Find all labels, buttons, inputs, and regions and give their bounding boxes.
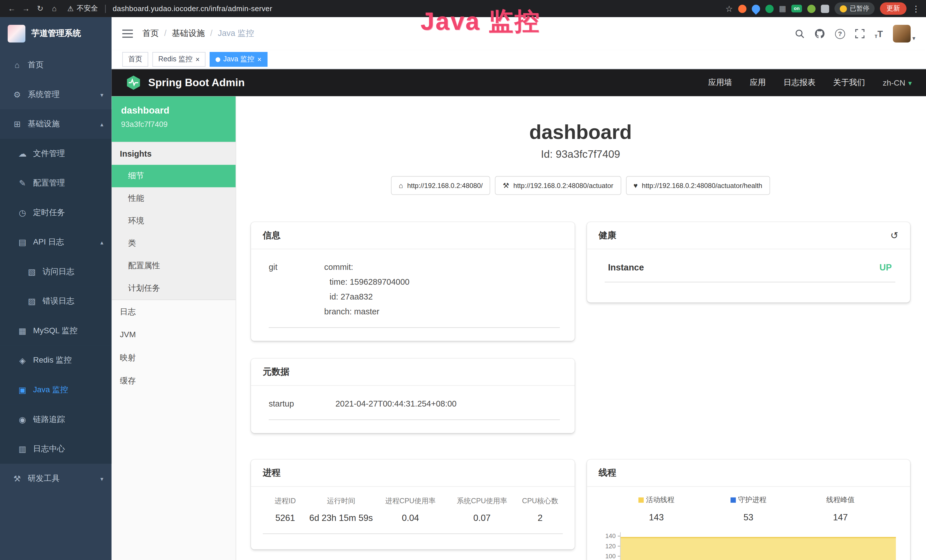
sba-item-mappings[interactable]: 映射 <box>112 346 236 369</box>
security-warning[interactable]: 不安全 <box>67 3 98 14</box>
java-monitor-icon <box>17 385 28 395</box>
user-menu[interactable] <box>893 25 915 42</box>
home-icon <box>399 182 403 190</box>
sidebar-item-config-manage[interactable]: 配置管理 <box>0 168 112 198</box>
health-url-link[interactable]: http://192.168.0.2:48080/actuator/health <box>626 176 770 195</box>
instance-header[interactable]: dashboard 93a3fc7f7409 <box>112 97 236 142</box>
tab-redis-monitor[interactable]: Redis 监控 <box>152 52 205 67</box>
sidebar-item-scheduled-jobs[interactable]: 定时任务 <box>0 198 112 228</box>
threads-legend: 活动线程 143 守护进程 <box>595 495 902 522</box>
sba-item-metrics[interactable]: 性能 <box>112 187 236 210</box>
service-url-link[interactable]: http://192.168.0.2:48080/ <box>391 176 490 195</box>
threads-card-title: 线程 <box>587 460 910 487</box>
extension-leaf-icon[interactable] <box>807 5 816 13</box>
breadcrumb-home[interactable]: 首页 <box>142 28 159 39</box>
sidebar-item-dev-tools[interactable]: 研发工具 <box>0 464 112 493</box>
sidebar-item-system-manage[interactable]: 系统管理 <box>0 80 112 109</box>
github-icon[interactable] <box>814 28 825 39</box>
spring-boot-admin: Spring Boot Admin 应用墙 应用 日志报表 关于我们 zh-CN <box>112 69 926 560</box>
card-row-1: 信息 git commit: time: 1596289704000 <box>251 222 910 341</box>
sidebar-item-redis-monitor[interactable]: Redis 监控 <box>0 345 112 375</box>
process-card-title: 进程 <box>251 460 574 487</box>
tab-java-monitor[interactable]: Java 监控 <box>210 52 267 67</box>
actuator-url-link[interactable]: http://192.168.0.2:48080/actuator <box>495 176 621 195</box>
threads-chart: 140 120 100 <box>595 531 902 560</box>
insights-label: Insights <box>112 142 236 165</box>
yellow-swatch-icon <box>638 498 644 503</box>
back-icon[interactable] <box>6 3 18 14</box>
sba-item-classes[interactable]: 类 <box>112 232 236 255</box>
legend-peak-threads: 线程峰值 147 <box>794 495 887 522</box>
app-logo[interactable]: 芋道管理系统 <box>0 17 112 50</box>
metadata-key: startup <box>269 397 335 412</box>
sba-item-caches[interactable]: 缓存 <box>112 369 236 392</box>
sba-item-config-props[interactable]: 配置属性 <box>112 255 236 277</box>
log-icon <box>17 238 28 247</box>
sba-item-environment[interactable]: 环境 <box>112 210 236 232</box>
extension-drop-icon[interactable] <box>750 3 762 15</box>
sba-brand-title[interactable]: Spring Boot Admin <box>148 76 245 89</box>
sidebar-item-java-monitor[interactable]: Java 监控 <box>0 375 112 405</box>
bookmark-star-icon[interactable] <box>726 3 733 14</box>
legend-daemon-threads: 守护进程 53 <box>702 495 794 522</box>
extension-y-icon[interactable] <box>766 5 774 13</box>
sidebar-item-home[interactable]: 首页 <box>0 50 112 80</box>
locale-select[interactable]: zh-CN <box>883 78 912 87</box>
forward-icon[interactable] <box>20 3 32 14</box>
sidebar-item-log-center[interactable]: 日志中心 <box>0 434 112 464</box>
sba-item-scheduled-tasks[interactable]: 计划任务 <box>112 277 236 300</box>
sba-item-jvm[interactable]: JVM <box>112 323 236 346</box>
paused-label: 已暂停 <box>850 4 869 13</box>
paused-badge[interactable]: 已暂停 <box>834 2 875 15</box>
header-actions: ? <box>795 25 915 42</box>
browser-menu-icon[interactable] <box>912 3 920 14</box>
info-value: commit: time: 1596289704000 id: 27aa832 … <box>324 260 560 319</box>
process-col-process-cpu: 进程CPU使用率 0.04 <box>375 496 446 523</box>
file-icon <box>17 149 28 158</box>
sidebar-item-infrastructure[interactable]: 基础设施 <box>0 109 112 139</box>
help-icon[interactable]: ? <box>835 29 845 38</box>
extension-on-badge[interactable]: on <box>791 5 802 12</box>
search-icon[interactable] <box>795 29 804 38</box>
update-button[interactable]: 更新 <box>880 2 906 15</box>
sba-item-logs[interactable]: 日志 <box>112 300 236 323</box>
sidebar-item-file-manage[interactable]: 文件管理 <box>0 139 112 169</box>
fullscreen-icon[interactable] <box>855 29 864 38</box>
browser-home-icon[interactable] <box>48 3 60 14</box>
sba-logo-icon <box>126 75 141 91</box>
close-icon[interactable] <box>195 55 200 64</box>
sba-nav-wallboard[interactable]: 应用墙 <box>708 77 732 88</box>
sidebar-item-trace[interactable]: 链路追踪 <box>0 404 112 434</box>
sidebar-item-api-log[interactable]: API 日志 <box>0 227 112 257</box>
tab-home[interactable]: 首页 <box>123 52 148 67</box>
health-card: 健康 Instance UP <box>587 222 910 303</box>
breadcrumb: 首页 基础设施 Java 监控 <box>142 28 254 39</box>
reload-icon[interactable] <box>34 3 46 14</box>
sba-nav-journal[interactable]: 日志报表 <box>784 77 816 88</box>
process-col-uptime: 运行时间 6d 23h 15m 59s <box>307 496 374 523</box>
history-icon[interactable] <box>890 230 898 241</box>
sba-item-details[interactable]: 细节 <box>112 165 236 188</box>
font-size-icon[interactable] <box>875 29 883 38</box>
avatar <box>893 25 911 42</box>
address-bar[interactable]: dashboard.yudao.iocoder.cn/infra/admin-s… <box>113 5 723 13</box>
legend-live-threads: 活动线程 143 <box>610 495 702 522</box>
extension-grid-icon[interactable] <box>779 4 786 13</box>
sidebar-item-mysql-monitor[interactable]: MySQL 监控 <box>0 316 112 346</box>
sba-nav-about[interactable]: 关于我们 <box>833 77 865 88</box>
hamburger-icon[interactable] <box>123 29 133 38</box>
extensions-puzzle-icon[interactable] <box>821 5 829 13</box>
extension-fox-icon[interactable] <box>738 5 746 13</box>
divider <box>105 5 106 13</box>
breadcrumb-infrastructure[interactable]: 基础设施 <box>159 28 205 39</box>
sidebar-item-access-log[interactable]: 访问日志 <box>0 257 112 287</box>
sba-nav-applications[interactable]: 应用 <box>750 77 766 88</box>
metadata-card-body: startup 2021-04-27T00:44:31.254+08:00 <box>251 386 574 433</box>
close-icon[interactable] <box>257 55 262 64</box>
sidebar-item-error-log[interactable]: 错误日志 <box>0 286 112 316</box>
right-pane: 首页 基础设施 Java 监控 ? <box>112 17 926 560</box>
health-instance-row[interactable]: Instance UP <box>604 260 895 282</box>
info-card-body: git commit: time: 1596289704000 id: 27aa… <box>251 249 574 341</box>
metadata-card: 元数据 startup 2021-04-27T00:44:31.254+08:0… <box>251 359 574 433</box>
page-title: dashboard <box>251 120 910 144</box>
